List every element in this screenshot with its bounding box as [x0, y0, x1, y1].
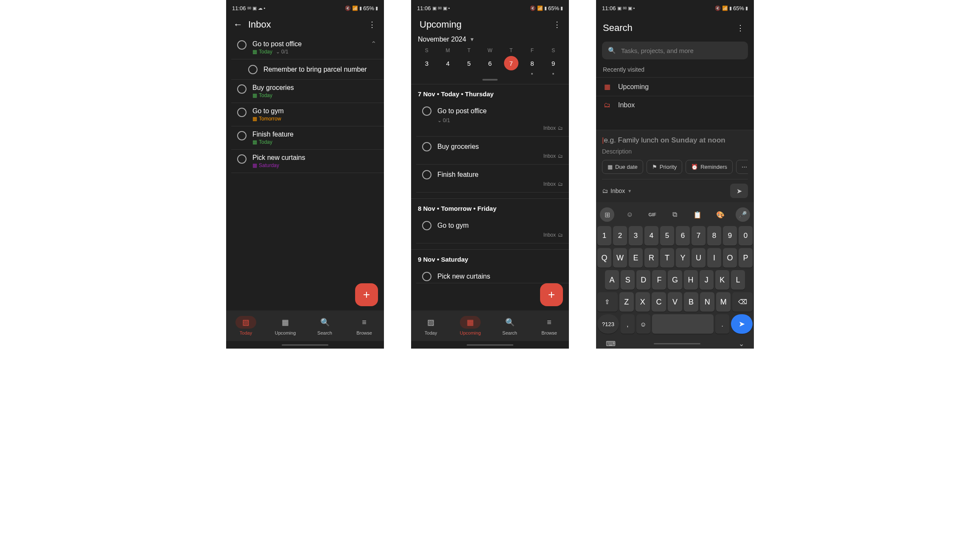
overflow-menu-button[interactable]: ⋮ — [549, 16, 566, 33]
key-z[interactable]: Z — [619, 292, 634, 312]
gesture-handle[interactable] — [654, 343, 700, 344]
key-emoji[interactable]: ☺ — [636, 314, 650, 334]
key-enter[interactable]: ➤ — [731, 314, 753, 334]
key-b[interactable]: B — [684, 292, 698, 312]
nav-browse[interactable]: ≡Browse — [529, 316, 569, 335]
project-selector[interactable]: 🗂 Inbox ▼ — [602, 187, 632, 194]
key-0[interactable]: 0 — [739, 226, 753, 246]
key-1[interactable]: 1 — [597, 226, 611, 246]
recent-inbox[interactable]: 🗂 Inbox — [596, 96, 754, 114]
key-n[interactable]: N — [700, 292, 714, 312]
key-k[interactable]: K — [715, 270, 729, 290]
key-g[interactable]: G — [668, 270, 682, 290]
subtask-row[interactable]: Remember to bring parcel number — [231, 59, 384, 80]
key-o[interactable]: O — [723, 248, 737, 268]
task-checkbox[interactable] — [237, 108, 246, 117]
gesture-handle[interactable] — [226, 341, 384, 349]
key-c[interactable]: C — [652, 292, 666, 312]
subtask-checkbox[interactable] — [248, 65, 258, 74]
nav-browse[interactable]: ≡Browse — [344, 316, 384, 335]
key-shift[interactable]: ⇧ — [597, 292, 618, 312]
key-q[interactable]: Q — [597, 248, 611, 268]
task-row[interactable]: Go to gym Inbox🗂 — [416, 215, 569, 243]
task-checkbox[interactable] — [422, 221, 431, 230]
key-d[interactable]: D — [636, 270, 650, 290]
add-task-fab[interactable]: + — [355, 283, 378, 306]
more-chip[interactable]: ⋯ — [736, 160, 748, 174]
nav-today[interactable]: ▨Today — [226, 316, 266, 335]
key-a[interactable]: A — [605, 270, 619, 290]
kb-theme-button[interactable]: 🎨 — [713, 207, 728, 222]
due-date-chip[interactable]: ▦Due date — [602, 160, 643, 174]
key-y[interactable]: Y — [676, 248, 690, 268]
key-r[interactable]: R — [644, 248, 658, 268]
task-checkbox[interactable] — [237, 40, 246, 50]
key-j[interactable]: J — [700, 270, 714, 290]
cal-day[interactable]: W6 — [479, 47, 501, 75]
key-5[interactable]: 5 — [660, 226, 674, 246]
cal-day[interactable]: F8 — [522, 47, 543, 75]
nav-search[interactable]: 🔍Search — [490, 316, 529, 335]
key-2[interactable]: 2 — [613, 226, 627, 246]
key-4[interactable]: 4 — [644, 226, 658, 246]
key-e[interactable]: E — [629, 248, 643, 268]
month-selector[interactable]: November 2024 ▼ — [411, 36, 569, 47]
task-checkbox[interactable] — [237, 84, 246, 94]
key-h[interactable]: H — [684, 270, 698, 290]
add-task-fab[interactable]: + — [540, 283, 563, 306]
kb-apps-button[interactable]: ⊞ — [600, 207, 614, 222]
task-checkbox[interactable] — [422, 170, 431, 179]
task-row[interactable]: Go to gym ▦ Tomorrow — [231, 103, 384, 126]
key-f[interactable]: F — [652, 270, 666, 290]
key-x[interactable]: X — [636, 292, 650, 312]
recent-upcoming[interactable]: ▦ Upcoming — [596, 77, 754, 96]
key-l[interactable]: L — [731, 270, 745, 290]
back-button[interactable]: ← — [230, 16, 246, 33]
key-v[interactable]: V — [668, 292, 682, 312]
task-checkbox[interactable] — [237, 131, 246, 140]
key-8[interactable]: 8 — [707, 226, 721, 246]
task-row[interactable]: Buy groceries Inbox🗂 — [416, 137, 569, 165]
kb-clipboard-button[interactable]: 📋 — [690, 207, 705, 222]
cal-day[interactable]: M4 — [437, 47, 459, 75]
key-backspace[interactable]: ⌫ — [732, 292, 753, 312]
key-u[interactable]: U — [692, 248, 706, 268]
task-list[interactable]: Go to post office ⌃ ▦ Today ⌄0/1 Remembe… — [226, 36, 384, 310]
cal-day[interactable]: S9 — [543, 47, 564, 75]
overflow-menu-button[interactable]: ⋮ — [732, 20, 749, 36]
task-checkbox[interactable] — [422, 106, 431, 116]
task-row[interactable]: Pick new curtains — [416, 266, 569, 283]
key-comma[interactable]: , — [621, 314, 635, 334]
overflow-menu-button[interactable]: ⋮ — [364, 16, 381, 33]
calendar-expand-handle[interactable] — [411, 77, 569, 84]
task-row[interactable]: Go to post office ⌃ ▦ Today ⌄0/1 — [231, 36, 384, 59]
key-t[interactable]: T — [660, 248, 674, 268]
key-p[interactable]: P — [739, 248, 753, 268]
kb-mic-button[interactable]: 🎤 — [736, 207, 750, 222]
kb-scan-button[interactable]: ⧉ — [668, 207, 682, 222]
submit-task-button[interactable]: ➤ — [730, 184, 748, 198]
search-input[interactable]: 🔍 Tasks, projects, and more — [602, 42, 748, 59]
cal-day[interactable]: T7 — [501, 47, 522, 75]
task-row[interactable]: Go to post office ⌄0/1 Inbox🗂 — [416, 101, 569, 137]
reminders-chip[interactable]: ⏰Reminders — [686, 160, 733, 174]
task-name-input[interactable]: |e.g. Family lunch on Sunday at noon — [602, 136, 748, 145]
nav-search[interactable]: 🔍Search — [305, 316, 344, 335]
kb-sticker-button[interactable]: ☺ — [622, 207, 637, 222]
key-space[interactable] — [652, 314, 714, 334]
cal-day[interactable]: T5 — [458, 47, 479, 75]
cal-day[interactable]: S3 — [416, 47, 437, 75]
nav-upcoming[interactable]: ▦Upcoming — [451, 316, 490, 335]
key-symbols[interactable]: ?123 — [597, 314, 619, 334]
task-checkbox[interactable] — [422, 142, 431, 151]
task-row[interactable]: Finish feature ▦ Today — [231, 126, 384, 150]
priority-chip[interactable]: ⚑Priority — [647, 160, 682, 174]
key-m[interactable]: M — [716, 292, 731, 312]
task-row[interactable]: Finish feature Inbox🗂 — [416, 165, 569, 193]
keyboard-hide-button[interactable]: ⌄ — [739, 340, 744, 348]
task-checkbox[interactable] — [422, 272, 431, 281]
key-period[interactable]: . — [715, 314, 729, 334]
key-w[interactable]: W — [613, 248, 627, 268]
task-row[interactable]: Pick new curtains ▦ Saturday — [231, 150, 384, 173]
gesture-handle[interactable] — [411, 341, 569, 349]
